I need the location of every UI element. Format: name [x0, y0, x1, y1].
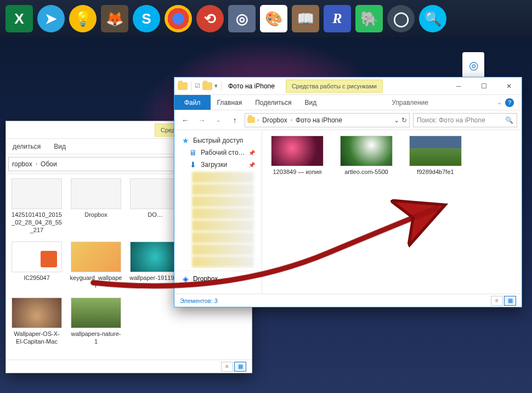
thumbnail [271, 136, 324, 166]
taskbar: X ➤ 💡 🦊 S ⟲ ◎ 🎨 📖 R 🐘 ◯ 🔍 [0, 0, 532, 37]
task-r-app[interactable]: R [324, 5, 351, 32]
file-item[interactable]: keyguard_wallpaper [70, 242, 122, 290]
search-input[interactable]: Поиск: Фото на iPhone 🔍 [413, 113, 517, 127]
thumbnail [130, 242, 180, 272]
task-lens[interactable]: ◯ [387, 5, 415, 32]
crumb-sep: › [36, 161, 37, 167]
sidebar-downloads[interactable]: ⬇ Загрузки 📌 [177, 159, 259, 171]
front-content: 1203849 — копияartleo.com-5500f9289d4b7f… [262, 130, 522, 294]
pin-icon: 📌 [248, 150, 255, 156]
view-details-btn[interactable]: ≡ [221, 362, 233, 372]
qa-menu-icon[interactable]: ▾ [214, 82, 218, 89]
task-telegram[interactable]: ➤ [37, 5, 65, 32]
file-label: Wallpaper-OS-X-El-Capitan-Mac [10, 330, 63, 346]
sidebar-dropbox[interactable]: ◈ Dropbox [177, 271, 259, 287]
task-app8[interactable]: ◎ [228, 5, 256, 32]
task-excel[interactable]: X [5, 5, 33, 32]
collapse-ribbon-icon[interactable]: ⌄ [497, 99, 502, 106]
file-label: IC295047 [24, 274, 50, 282]
file-label: DO… [148, 211, 163, 219]
forward-button[interactable]: → [195, 114, 208, 127]
file-label: keyguard_wallpaper [70, 274, 122, 290]
front-breadcrumb[interactable]: › Dropbox › Фото на iPhone ⌄↻ [245, 113, 410, 127]
file-label: Dropbox [84, 211, 107, 219]
task-chrome[interactable] [165, 5, 192, 32]
status-text: Элементов: 3 [180, 297, 218, 304]
refresh-icon[interactable]: ↻ [401, 116, 407, 124]
folder-icon [178, 82, 188, 90]
breadcrumb-folder-icon [247, 117, 255, 123]
view-icons-btn[interactable]: ▦ [234, 362, 246, 372]
task-dvd[interactable]: ⟲ [196, 5, 224, 32]
qa-check-icon[interactable]: ☑ [195, 82, 200, 89]
task-reader[interactable]: 📖 [292, 5, 319, 32]
crumb-photo[interactable]: Фото на iPhone [295, 116, 343, 124]
back-tab-view[interactable]: Вид [47, 139, 72, 154]
tab-manage[interactable]: Управление [381, 99, 439, 106]
sidebar-blur-3 [192, 196, 254, 207]
close-button[interactable]: ✕ [496, 78, 522, 94]
desktop-file-icon[interactable]: ◎ [460, 52, 487, 78]
star-icon: ★ [181, 136, 190, 145]
file-item[interactable]: f9289d4b7fe1 [408, 136, 463, 176]
file-label: wallpapers-nature-1 [70, 330, 122, 346]
context-tab-label[interactable]: Средства работы с рисунками [286, 80, 383, 93]
window-title: Фото на iPhone [226, 82, 275, 90]
tab-home[interactable]: Главная [211, 95, 249, 110]
front-titlebar[interactable]: ☑ ▾ Фото на iPhone Средства работы с рис… [174, 77, 522, 95]
explorer-window-front: ☑ ▾ Фото на iPhone Средства работы с рис… [174, 77, 522, 307]
thumbnail [12, 178, 62, 209]
recent-dropdown[interactable]: ⌄ [212, 114, 225, 127]
sidebar: ★ Быстрый доступ 🖥 Рабочий сто… 📌 ⬇ Загр… [174, 130, 262, 294]
sidebar-blur-4 [192, 208, 254, 219]
task-keep[interactable]: 💡 [69, 5, 97, 32]
back-tab-share[interactable]: делиться [6, 139, 47, 154]
file-item[interactable]: wallpapers-nature-1 [70, 297, 122, 346]
download-icon: ⬇ [189, 160, 197, 169]
crumb-1[interactable]: Обои [39, 160, 58, 168]
crumb-0[interactable]: ropbox [11, 160, 33, 168]
view-icons-btn[interactable]: ▦ [504, 296, 516, 306]
file-item[interactable]: 1425101410_2015_02_28_04_28_55_217 [10, 178, 63, 234]
task-evernote[interactable]: 🐘 [355, 5, 383, 32]
thumbnail [71, 297, 121, 328]
thumbnail [71, 242, 121, 272]
tab-view[interactable]: Вид [298, 95, 323, 110]
tab-share[interactable]: Поделиться [248, 95, 298, 110]
thumbnail [340, 136, 393, 166]
crumb-dropbox[interactable]: Dropbox [261, 116, 288, 124]
view-details-btn[interactable]: ≡ [491, 296, 503, 306]
addr-dropdown-icon[interactable]: ⌄ [394, 116, 399, 124]
desktop-icon: 🖥 [189, 148, 197, 157]
file-item[interactable]: IC295047 [10, 242, 63, 290]
sidebar-blur-7 [192, 244, 254, 255]
folder-icon-2[interactable] [202, 82, 212, 90]
sidebar-blur-8 [192, 256, 254, 267]
sidebar-blur-2 [192, 184, 254, 195]
sidebar-blur-6 [192, 232, 254, 243]
front-body: ★ Быстрый доступ 🖥 Рабочий сто… 📌 ⬇ Загр… [174, 130, 522, 294]
maximize-button[interactable]: ☐ [471, 78, 496, 94]
sidebar-desktop[interactable]: 🖥 Рабочий сто… 📌 [177, 147, 259, 159]
file-label: 1203849 — копия [273, 169, 321, 176]
sidebar-blur-1 [192, 172, 254, 183]
back-button[interactable]: ← [179, 114, 192, 127]
file-item[interactable]: Dropbox [70, 178, 122, 234]
file-item[interactable]: artleo.com-5500 [339, 136, 394, 176]
file-label: f9289d4b7fe1 [417, 169, 454, 176]
task-gimp[interactable]: 🦊 [101, 5, 128, 32]
sidebar-blur-5 [192, 220, 254, 231]
search-icon[interactable]: 🔍 [505, 116, 513, 124]
task-skype[interactable]: S [133, 5, 160, 32]
help-icon[interactable]: ? [505, 98, 514, 107]
tab-file[interactable]: Файл [174, 95, 211, 110]
up-button[interactable]: ↑ [228, 114, 241, 127]
task-paint[interactable]: 🎨 [260, 5, 287, 32]
task-search[interactable]: 🔍 [419, 5, 446, 32]
minimize-button[interactable]: ─ [446, 78, 471, 94]
file-item[interactable]: 1203849 — копия [270, 136, 325, 176]
thumbnail [130, 178, 180, 209]
pin-icon: 📌 [248, 162, 255, 168]
sidebar-quick-access[interactable]: ★ Быстрый доступ [177, 134, 259, 147]
file-item[interactable]: Wallpaper-OS-X-El-Capitan-Mac [10, 297, 63, 346]
